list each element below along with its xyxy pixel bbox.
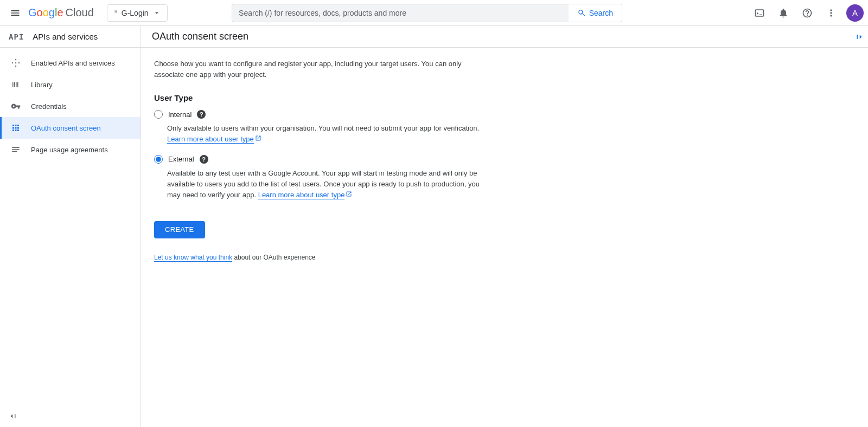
sidebar-item-library[interactable]: Library [0, 74, 141, 95]
topbar: Google Cloud ⠛ G-Login Search A [0, 0, 868, 26]
credentials-icon [10, 101, 21, 112]
hamburger-menu-icon[interactable] [4, 2, 26, 24]
google-cloud-logo[interactable]: Google Cloud [28, 7, 94, 19]
sidebar-nav: Enabled APIs and services Library Creden… [0, 48, 141, 405]
radio-internal-desc: Only available to users within your orga… [167, 123, 486, 145]
sidebar-footer [0, 405, 141, 427]
radio-external-label[interactable]: External [168, 155, 194, 163]
search-box[interactable] [232, 4, 569, 22]
project-selector[interactable]: ⠛ G-Login [107, 4, 168, 22]
sidebar-header: API APIs and services [0, 26, 141, 48]
search-container: Search [232, 4, 622, 22]
oauth-icon [10, 122, 21, 133]
collapse-sidebar-icon[interactable] [7, 410, 20, 423]
sidebar-item-page-usage-agreements[interactable]: Page usage agreements [0, 139, 141, 160]
logo-cloud-text: Cloud [66, 7, 94, 19]
radio-internal[interactable] [154, 110, 163, 119]
sidebar-item-label: Page usage agreements [31, 146, 108, 154]
intro-text: Choose how you want to configure and reg… [154, 59, 486, 80]
enabled-apis-icon [10, 57, 21, 68]
avatar-initial: A [852, 8, 858, 17]
project-name: G-Login [122, 9, 149, 17]
radio-internal-row: Internal ? [154, 110, 486, 119]
sidebar-item-label: Library [31, 81, 53, 89]
api-logo: API [9, 33, 24, 41]
sidebar-title: APIs and services [33, 32, 98, 41]
main-body: Choose how you want to configure and reg… [141, 48, 499, 272]
agreements-icon [10, 144, 21, 155]
help-icon[interactable]: ? [200, 155, 208, 164]
sidebar-item-oauth-consent[interactable]: OAuth consent screen [0, 117, 141, 139]
page-title: OAuth consent screen [152, 31, 248, 42]
topbar-right: A [749, 2, 864, 24]
avatar[interactable]: A [846, 4, 864, 22]
sidebar-item-label: Credentials [31, 102, 67, 111]
feedback-rest: about our OAuth experience [232, 254, 315, 261]
create-button[interactable]: CREATE [154, 221, 205, 238]
sidebar-item-label: Enabled APIs and services [31, 59, 115, 67]
search-button-label: Search [589, 9, 613, 17]
radio-external[interactable] [154, 155, 163, 164]
radio-external-desc: Available to any test user with a Google… [167, 168, 486, 200]
radio-external-row: External ? [154, 155, 486, 164]
learn-more-external-link[interactable]: Learn more about user type [258, 191, 345, 199]
main-header: OAuth consent screen [141, 26, 868, 48]
main: OAuth consent screen Choose how you want… [141, 26, 868, 427]
search-input[interactable] [239, 9, 562, 17]
feedback-link[interactable]: Let us know what you think [154, 254, 232, 262]
sidebar-item-enabled-apis[interactable]: Enabled APIs and services [0, 52, 141, 74]
user-type-heading: User Type [154, 93, 486, 102]
project-icon: ⠛ [114, 10, 117, 16]
more-icon[interactable] [820, 2, 842, 24]
sidebar: API APIs and services Enabled APIs and s… [0, 26, 141, 427]
library-icon [10, 79, 21, 90]
learn-more-internal-link[interactable]: Learn more about user type [167, 135, 254, 144]
external-link-icon [346, 191, 352, 199]
search-button[interactable]: Search [569, 4, 622, 22]
help-icon[interactable] [796, 2, 818, 24]
sidebar-item-label: OAuth consent screen [31, 124, 101, 132]
external-link-icon [255, 135, 261, 143]
radio-internal-label[interactable]: Internal [168, 111, 192, 119]
right-panel-toggle-icon[interactable] [853, 30, 866, 43]
search-icon [577, 9, 586, 17]
body: API APIs and services Enabled APIs and s… [0, 26, 868, 427]
help-icon[interactable]: ? [197, 110, 206, 119]
sidebar-item-credentials[interactable]: Credentials [0, 95, 141, 117]
internal-desc-text: Only available to users within your orga… [167, 124, 479, 132]
cloud-shell-icon[interactable] [749, 2, 770, 24]
notifications-icon[interactable] [773, 2, 794, 24]
chevron-down-icon [153, 9, 161, 17]
feedback-line: Let us know what you think about our OAu… [154, 254, 486, 261]
